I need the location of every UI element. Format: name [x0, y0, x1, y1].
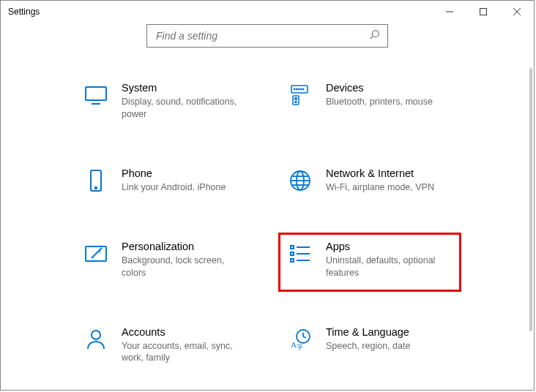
window-title: Settings — [8, 7, 40, 17]
svg-point-10 — [296, 88, 297, 89]
svg-rect-25 — [291, 246, 294, 249]
search-box[interactable] — [146, 24, 388, 48]
accounts-icon — [83, 328, 108, 353]
svg-point-15 — [295, 98, 297, 100]
system-icon — [83, 83, 108, 108]
close-button[interactable] — [500, 1, 534, 23]
scrollbar-thumb[interactable] — [529, 68, 532, 331]
tile-title: Personalization — [122, 241, 246, 252]
svg-point-9 — [294, 88, 294, 89]
tile-desc: Bluetooth, printers, mouse — [326, 96, 433, 108]
titlebar: Settings — [1, 1, 534, 23]
tile-desc: Speech, region, date — [326, 340, 410, 353]
tile-title: Devices — [326, 82, 433, 94]
apps-icon — [288, 242, 313, 267]
svg-rect-27 — [291, 252, 294, 255]
devices-icon — [288, 83, 313, 108]
search-input[interactable] — [155, 29, 370, 42]
tile-time-language[interactable]: A 字 Time & Language Speech, region, date — [278, 318, 461, 377]
settings-window: Settings — [0, 0, 535, 391]
svg-line-5 — [371, 37, 373, 39]
svg-point-31 — [92, 331, 100, 339]
svg-point-13 — [302, 88, 303, 89]
tile-desc: Wi-Fi, airplane mode, VPN — [326, 181, 434, 194]
svg-rect-1 — [480, 9, 487, 15]
phone-icon — [83, 169, 108, 194]
svg-point-16 — [295, 102, 297, 103]
network-icon — [288, 169, 313, 194]
maximize-button[interactable] — [466, 1, 500, 23]
tile-title: Apps — [326, 241, 450, 252]
tile-desc: Link your Android, iPhone — [122, 181, 226, 194]
svg-point-11 — [298, 88, 299, 89]
tile-title: Time & Language — [326, 326, 410, 338]
tile-phone[interactable]: Phone Link your Android, iPhone — [74, 159, 257, 206]
svg-text:字: 字 — [297, 344, 303, 351]
tile-title: System — [122, 82, 246, 94]
minimize-button[interactable] — [433, 1, 466, 23]
tile-title: Accounts — [122, 326, 246, 338]
content-area: System Display, sound, notifications, po… — [1, 59, 526, 390]
tile-desc: Uninstall, defaults, optional features — [326, 255, 450, 279]
tile-network[interactable]: Network & Internet Wi-Fi, airplane mode,… — [278, 159, 461, 206]
tile-accounts[interactable]: Accounts Your accounts, email, sync, wor… — [74, 318, 257, 377]
time-language-icon: A 字 — [288, 328, 313, 353]
svg-rect-6 — [86, 87, 106, 100]
tile-personalization[interactable]: Personalization Background, lock screen,… — [74, 233, 257, 292]
scrollbar[interactable] — [529, 68, 533, 361]
tile-desc: Display, sound, notifications, power — [122, 96, 246, 121]
tile-desc: Background, lock screen, colors — [122, 255, 246, 279]
svg-point-18 — [95, 187, 97, 189]
svg-rect-29 — [291, 259, 294, 262]
tile-title: Phone — [122, 167, 226, 179]
svg-text:A: A — [291, 340, 297, 349]
svg-point-12 — [300, 88, 301, 89]
personalization-icon — [83, 242, 108, 267]
tile-title: Network & Internet — [326, 167, 434, 179]
tile-system[interactable]: System Display, sound, notifications, po… — [74, 74, 257, 133]
search-icon — [370, 29, 380, 42]
tile-desc: Your accounts, email, sync, work, family — [122, 340, 246, 365]
tile-apps[interactable]: Apps Uninstall, defaults, optional featu… — [278, 233, 461, 292]
svg-line-34 — [303, 336, 306, 338]
tile-devices[interactable]: Devices Bluetooth, printers, mouse — [278, 74, 461, 133]
svg-point-4 — [373, 31, 379, 37]
